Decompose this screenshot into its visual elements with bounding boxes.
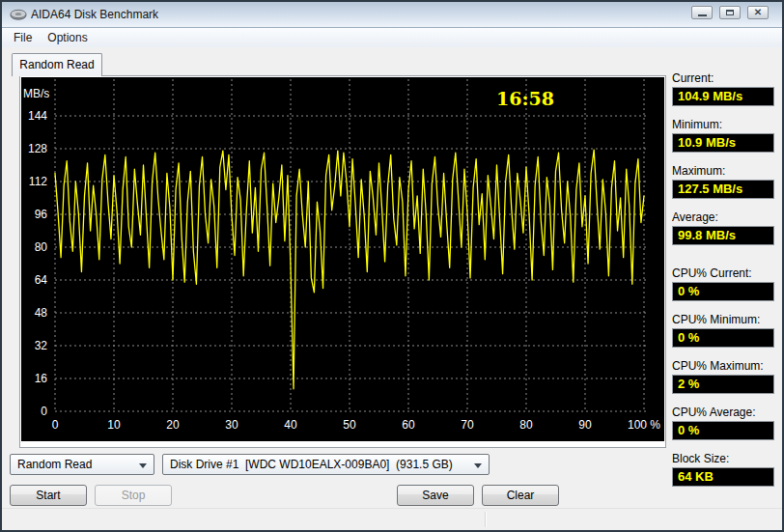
svg-text:0: 0 bbox=[41, 405, 47, 418]
drive-select[interactable]: Disk Drive #1 [WDC WD10EALX-009BA0] (931… bbox=[162, 454, 490, 475]
stat-label-cpu-minimum: CPU% Minimum: bbox=[672, 313, 760, 326]
chevron-down-icon bbox=[139, 463, 147, 468]
stop-button[interactable]: Stop bbox=[95, 485, 172, 506]
svg-text:30: 30 bbox=[225, 418, 238, 432]
svg-text:144: 144 bbox=[28, 109, 47, 123]
close-icon: ✕ bbox=[748, 7, 768, 18]
minimize-button[interactable] bbox=[691, 6, 713, 19]
stat-label-maximum: Maximum: bbox=[672, 164, 725, 178]
status-bar bbox=[2, 508, 782, 530]
stat-label-cpu-average: CPU% Average: bbox=[672, 406, 756, 419]
svg-text:40: 40 bbox=[284, 418, 297, 432]
svg-text:32: 32 bbox=[35, 339, 48, 352]
stat-label-minimum: Minimum: bbox=[672, 118, 722, 131]
svg-text:64: 64 bbox=[35, 273, 48, 287]
svg-text:100 %: 100 % bbox=[628, 418, 660, 432]
maximize-button[interactable] bbox=[719, 6, 741, 19]
title-bar: AIDA64 Disk Benchmark ✕ bbox=[2, 2, 782, 28]
menu-file[interactable]: File bbox=[6, 29, 40, 46]
menu-bar: File Options bbox=[2, 28, 782, 47]
svg-text:96: 96 bbox=[35, 208, 48, 221]
stat-value-cpu-maximum: 2 % bbox=[672, 375, 774, 394]
drive-select-value: Disk Drive #1 [WDC WD10EALX-009BA0] (931… bbox=[170, 458, 453, 471]
plot-area: 0102030405060708090100 %1441281129680644… bbox=[21, 77, 664, 441]
benchmark-type-value: Random Read bbox=[17, 458, 92, 471]
stat-value-maximum: 127.5 MB/s bbox=[672, 180, 774, 199]
stat-label-cpu-maximum: CPU% Maximum: bbox=[672, 359, 764, 373]
stat-value-minimum: 10.9 MB/s bbox=[672, 133, 774, 153]
close-button[interactable]: ✕ bbox=[747, 6, 769, 19]
svg-text:80: 80 bbox=[35, 240, 48, 254]
app-window: AIDA64 Disk Benchmark ✕ File Options Ran… bbox=[0, 0, 784, 532]
svg-text:90: 90 bbox=[578, 418, 592, 432]
window-title: AIDA64 Disk Benchmark bbox=[31, 8, 158, 21]
svg-text:16:58: 16:58 bbox=[496, 88, 554, 109]
tab-random-read[interactable]: Random Read bbox=[12, 53, 102, 76]
status-bar-separator bbox=[485, 512, 486, 527]
benchmark-type-select[interactable]: Random Read bbox=[10, 454, 154, 475]
maximize-icon bbox=[726, 10, 734, 15]
app-disk-icon bbox=[10, 8, 27, 21]
svg-text:80: 80 bbox=[519, 418, 533, 432]
minimize-icon bbox=[698, 14, 707, 16]
benchmark-chart: 0102030405060708090100 %1441281129680644… bbox=[21, 77, 664, 441]
svg-text:20: 20 bbox=[166, 418, 180, 432]
svg-text:60: 60 bbox=[402, 418, 415, 432]
svg-text:112: 112 bbox=[29, 175, 47, 188]
svg-text:128: 128 bbox=[28, 142, 47, 155]
stat-label-block-size: Block Size: bbox=[672, 452, 729, 465]
stat-value-block-size: 64 KB bbox=[672, 467, 774, 487]
svg-text:0: 0 bbox=[52, 418, 59, 432]
svg-text:MB/s: MB/s bbox=[23, 87, 49, 100]
chart-panel: 0102030405060708090100 %1441281129680644… bbox=[19, 75, 666, 448]
svg-text:70: 70 bbox=[461, 418, 474, 432]
save-button[interactable]: Save bbox=[397, 485, 474, 506]
stat-label-cpu-current: CPU% Current: bbox=[672, 266, 752, 280]
menu-options[interactable]: Options bbox=[40, 29, 95, 46]
stat-value-cpu-minimum: 0 % bbox=[672, 328, 774, 348]
start-button[interactable]: Start bbox=[10, 485, 87, 506]
chevron-down-icon bbox=[474, 463, 482, 468]
stat-label-current: Current: bbox=[672, 71, 714, 85]
svg-text:16: 16 bbox=[35, 372, 48, 385]
svg-text:50: 50 bbox=[343, 418, 356, 432]
stat-value-cpu-average: 0 % bbox=[672, 421, 774, 440]
svg-text:48: 48 bbox=[35, 306, 48, 320]
stat-value-cpu-current: 0 % bbox=[672, 282, 774, 301]
stat-value-average: 99.8 MB/s bbox=[672, 226, 774, 245]
window-controls: ✕ bbox=[691, 6, 769, 19]
stat-label-average: Average: bbox=[672, 210, 718, 224]
stat-value-current: 104.9 MB/s bbox=[672, 87, 774, 106]
svg-text:10: 10 bbox=[107, 418, 121, 432]
clear-button[interactable]: Clear bbox=[482, 485, 559, 506]
